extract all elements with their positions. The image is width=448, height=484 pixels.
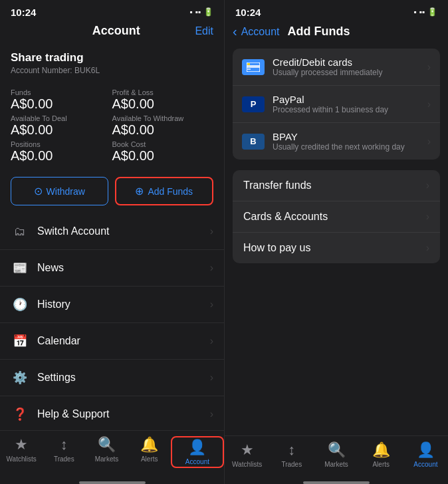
- stat-available-deal-label: Available To Deal: [11, 114, 112, 122]
- stat-available-withdraw-label: Available To Withdraw: [112, 114, 214, 122]
- edit-button[interactable]: Edit: [195, 25, 213, 37]
- chevron-paypal: ›: [427, 98, 431, 110]
- trades-label-right: Trades: [281, 461, 302, 468]
- nav-markets-right[interactable]: 🔍 Markets: [314, 441, 358, 468]
- markets-label-right: Markets: [324, 461, 348, 468]
- payment-paypal[interactable]: P PayPal Processed within 1 business day…: [233, 86, 440, 123]
- nav-trades-right[interactable]: ↕ Trades: [269, 441, 314, 468]
- how-to-pay-label: How to pay us: [243, 242, 426, 254]
- menu-history-label: History: [37, 299, 210, 310]
- right-panel: 10:24 ▪ ▪▪ 🔋 ‹ Account Add Funds: [224, 0, 448, 484]
- nav-watchlists-left[interactable]: ★ Watchlists: [0, 436, 43, 468]
- home-indicator-left: [79, 481, 146, 484]
- transfer-funds-label: Transfer funds: [243, 180, 426, 191]
- markets-label-left: Markets: [95, 455, 119, 463]
- menu-item-news[interactable]: 📰 News ›: [0, 250, 224, 287]
- account-label-left: Account: [185, 458, 209, 465]
- payment-bpay[interactable]: B BPAY Usually credited the next working…: [233, 123, 440, 160]
- menu-item-history[interactable]: 🕐 History ›: [0, 287, 224, 323]
- nav-account-right[interactable]: 👤 Account: [403, 441, 448, 468]
- calendar-icon: 📅: [11, 332, 29, 350]
- stat-positions-value: A$0.00: [11, 148, 112, 164]
- time-left: 10:24: [11, 7, 36, 18]
- chevron-help: ›: [210, 408, 213, 420]
- markets-icon-left: 🔍: [98, 436, 116, 453]
- menu-item-settings[interactable]: ⚙️ Settings ›: [0, 360, 224, 396]
- paypal-subtitle: Processed within 1 business day: [273, 105, 427, 114]
- svg-rect-4: [247, 63, 250, 65]
- stat-pnl: Profit & Loss A$0.00: [112, 88, 214, 112]
- markets-icon-right: 🔍: [328, 441, 346, 459]
- chevron-settings: ›: [210, 372, 213, 384]
- nav-account-left[interactable]: 👤 Account: [171, 436, 224, 468]
- menu-item-help[interactable]: ❓ Help & Support ›: [0, 396, 224, 430]
- svg-rect-1: [247, 65, 260, 68]
- nav-watchlists-right[interactable]: ★ Watchlists: [225, 441, 269, 468]
- paypal-info: PayPal Processed within 1 business day: [273, 94, 427, 114]
- stat-funds-value: A$0.00: [11, 96, 112, 112]
- chevron-bpay: ›: [427, 136, 431, 148]
- alerts-label-left: Alerts: [141, 455, 158, 463]
- add-funds-icon: ⊕: [135, 185, 144, 197]
- chevron-history: ›: [210, 299, 213, 310]
- account-icon-right: 👤: [417, 441, 435, 459]
- stat-book-cost: Book Cost A$0.00: [112, 140, 214, 164]
- bottom-nav-left: ★ Watchlists ↕ Trades 🔍 Markets 🔔 Alerts…: [0, 430, 224, 479]
- add-funds-button[interactable]: ⊕ Add Funds: [115, 177, 214, 205]
- time-right: 10:24: [235, 7, 261, 18]
- menu-news-label: News: [37, 262, 210, 274]
- chevron-credit-debit: ›: [427, 61, 431, 73]
- alerts-icon-right: 🔔: [372, 441, 390, 459]
- stat-available-deal-value: A$0.00: [11, 122, 112, 138]
- stats-grid: Funds A$0.00 Profit & Loss A$0.00 Availa…: [0, 83, 224, 169]
- left-header: Account Edit: [0, 21, 224, 45]
- chevron-how-to-pay: ›: [426, 242, 429, 254]
- credit-debit-subtitle: Usually processed immediately: [273, 68, 427, 77]
- secondary-cards-accounts[interactable]: Cards & Accounts ›: [233, 201, 440, 233]
- account-section: Share trading Account Number: BUK6L: [0, 45, 224, 83]
- stat-funds-label: Funds: [11, 88, 112, 96]
- share-trading-title: Share trading: [11, 51, 213, 64]
- bpay-title: BPAY: [273, 131, 427, 142]
- nav-trades-left[interactable]: ↕ Trades: [43, 436, 85, 468]
- bpay-subtitle: Usually credited the next working day: [273, 142, 427, 152]
- bottom-nav-right: ★ Watchlists ↕ Trades 🔍 Markets 🔔 Alerts…: [225, 435, 448, 479]
- left-panel: 10:24 ▪ ▪▪ 🔋 Account Edit Share trading …: [0, 0, 224, 484]
- watchlists-label-left: Watchlists: [7, 455, 37, 463]
- nav-markets-left[interactable]: 🔍 Markets: [85, 436, 128, 468]
- stat-pnl-value: A$0.00: [112, 96, 214, 112]
- cards-accounts-label: Cards & Accounts: [243, 211, 426, 223]
- button-row: ⊙ Withdraw ⊕ Add Funds: [0, 169, 224, 213]
- trades-icon-right: ↕: [288, 441, 295, 459]
- paypal-title: PayPal: [273, 94, 427, 105]
- right-title: Add Funds: [287, 25, 350, 39]
- news-icon: 📰: [11, 259, 29, 277]
- secondary-menu: Transfer funds › Cards & Accounts › How …: [233, 170, 440, 263]
- secondary-transfer-funds[interactable]: Transfer funds ›: [233, 170, 440, 201]
- alerts-icon-left: 🔔: [140, 436, 158, 453]
- back-label[interactable]: Account: [241, 26, 280, 38]
- nav-alerts-right[interactable]: 🔔 Alerts: [359, 441, 403, 468]
- stat-book-cost-value: A$0.00: [112, 148, 214, 164]
- home-indicator-right: [303, 481, 370, 484]
- nav-alerts-left[interactable]: 🔔 Alerts: [128, 436, 171, 468]
- stat-available-withdraw-value: A$0.00: [112, 122, 214, 138]
- back-arrow-icon[interactable]: ‹: [233, 24, 237, 39]
- chevron-calendar: ›: [210, 335, 213, 347]
- watchlists-label-right: Watchlists: [232, 461, 262, 468]
- menu-item-calendar[interactable]: 📅 Calendar ›: [0, 323, 224, 360]
- secondary-how-to-pay[interactable]: How to pay us ›: [233, 233, 440, 263]
- credit-debit-info: Credit/Debit cards Usually processed imm…: [273, 57, 427, 77]
- account-label-right: Account: [413, 461, 437, 468]
- menu-item-switch-account[interactable]: 🗂 Switch Account ›: [0, 213, 224, 250]
- history-icon: 🕐: [11, 295, 29, 314]
- stat-available-withdraw: Available To Withdraw A$0.00: [112, 114, 214, 138]
- menu-calendar-label: Calendar: [37, 335, 210, 347]
- payment-credit-debit[interactable]: Credit/Debit cards Usually processed imm…: [233, 49, 440, 86]
- menu-help-label: Help & Support: [37, 408, 210, 420]
- chevron-switch-account: ›: [210, 225, 213, 237]
- menu-list: 🗂 Switch Account › 📰 News › 🕐 History › …: [0, 213, 224, 430]
- help-icon: ❓: [11, 405, 29, 424]
- withdraw-button[interactable]: ⊙ Withdraw: [11, 177, 108, 205]
- watchlists-icon-right: ★: [241, 441, 254, 459]
